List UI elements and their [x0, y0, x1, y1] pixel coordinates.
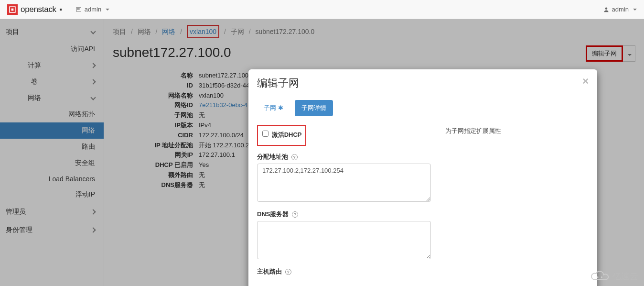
alloc-pool-label: 分配地址池 ? — [257, 153, 431, 161]
chevron-right-icon — [90, 63, 96, 68]
breadcrumb-link[interactable]: 网络 — [162, 28, 175, 35]
edit-subnet-modal: 编辑子网 × 子网 ✱ 子网详情 激活DHCP 分配地址池 ? — [248, 69, 597, 286]
user-name: admin — [612, 6, 629, 13]
chevron-right-icon — [90, 227, 96, 232]
sidebar-group-admin[interactable]: 管理员 — [0, 203, 104, 221]
breadcrumb-item: 子网 — [231, 28, 244, 35]
sidebar-label: 身份管理 — [6, 226, 32, 234]
dhcp-checkbox-row: 激活DHCP — [257, 125, 431, 146]
openstack-icon — [7, 4, 18, 15]
watermark-text: 亿速云 — [612, 271, 638, 282]
chevron-right-icon — [90, 79, 96, 84]
dns-label: DNS服务器 ? — [257, 210, 431, 219]
sidebar-group-identity[interactable]: 身份管理 — [0, 221, 104, 239]
sidebar: 项目 访问API 计算 卷 网络 网络拓扑 网络 路由 安全组 Load Bal… — [0, 19, 104, 286]
detail-value: Yes — [199, 160, 209, 170]
svg-point-9 — [605, 7, 607, 10]
help-icon[interactable]: ? — [292, 211, 298, 218]
sidebar-item-lb[interactable]: Load Balancers — [0, 171, 104, 187]
help-icon[interactable]: ? — [285, 269, 291, 275]
detail-label: DHCP 已启用 — [113, 160, 199, 170]
svg-rect-4 — [78, 8, 79, 9]
project-selector[interactable]: admin — [76, 6, 109, 13]
caret-down-icon — [106, 9, 109, 11]
detail-value: subnet172.27.100 — [199, 71, 248, 81]
sidebar-label: 卷 — [6, 77, 63, 86]
sidebar-item-security[interactable]: 安全组 — [0, 155, 104, 171]
detail-label: CIDR — [113, 131, 199, 141]
sidebar-group-project[interactable]: 项目 — [0, 23, 104, 41]
required-icon: ✱ — [278, 104, 283, 111]
user-icon — [603, 7, 609, 12]
sidebar-item-api[interactable]: 访问API — [0, 41, 104, 57]
detail-value: vxlan100 — [199, 91, 224, 101]
modal-tabs: 子网 ✱ 子网详情 — [257, 100, 589, 116]
sidebar-label: 计算 — [6, 61, 63, 70]
detail-value: 无 — [199, 180, 205, 190]
hostroute-label: 主机路由 ? — [257, 267, 431, 276]
brand-text: openstack — [21, 5, 56, 14]
sidebar-item-floating[interactable]: 浮动IP — [0, 187, 104, 203]
modal-form-right: 为子网指定扩展属性 — [445, 125, 589, 283]
detail-label: IP 地址分配池 — [113, 141, 199, 151]
alloc-pool-row: 分配地址池 ? — [257, 153, 431, 203]
breadcrumb-sep-icon: / — [249, 28, 251, 35]
detail-label: IP版本 — [113, 121, 199, 131]
modal-body: 子网 ✱ 子网详情 激活DHCP 分配地址池 ? — [248, 94, 597, 286]
dhcp-checkbox[interactable] — [262, 131, 268, 137]
caret-down-icon — [628, 54, 632, 56]
help-icon[interactable]: ? — [291, 154, 298, 160]
detail-label: DNS服务器 — [113, 180, 199, 190]
sidebar-item-router[interactable]: 路由 — [0, 139, 104, 155]
breadcrumb-sep-icon: / — [156, 28, 158, 35]
close-icon[interactable]: × — [582, 76, 589, 87]
svg-point-10 — [597, 276, 598, 278]
svg-rect-8 — [79, 9, 80, 10]
detail-value: 7e211b32-0ebc-4 — [199, 100, 247, 110]
modal-title: 编辑子网 — [257, 76, 299, 90]
tab-subnet-details[interactable]: 子网详情 — [295, 100, 333, 116]
dns-row: DNS服务器 ? — [257, 210, 431, 261]
breadcrumb-item: 网络 — [138, 28, 151, 35]
alloc-pool-textarea[interactable] — [257, 164, 431, 202]
detail-label: ID — [113, 81, 199, 91]
sidebar-item-topology[interactable]: 网络拓扑 — [0, 106, 104, 122]
cloud-icon — [590, 271, 610, 282]
dns-textarea[interactable] — [257, 221, 431, 259]
tab-subnet[interactable]: 子网 ✱ — [257, 100, 290, 116]
detail-label: 网络ID — [113, 100, 199, 110]
edit-subnet-button[interactable]: 编辑子网 — [586, 45, 623, 62]
hostroute-row: 主机路由 ? — [257, 267, 431, 276]
modal-form-left: 激活DHCP 分配地址池 ? DNS服务器 ? 主机路由 ? — [257, 125, 431, 283]
sidebar-item-compute[interactable]: 计算 — [0, 57, 104, 74]
breadcrumb-sep-icon: / — [224, 28, 226, 35]
detail-value: 31b1f506-d32d-44 — [199, 81, 249, 91]
detail-value: 开始 172.27.100.2 — [199, 141, 249, 151]
breadcrumb-link[interactable]: vxlan100 — [190, 28, 216, 35]
chevron-right-icon — [90, 209, 96, 214]
svg-rect-5 — [79, 8, 80, 9]
chevron-down-icon — [90, 95, 96, 100]
breadcrumb: 项目 / 网络 / 网络 / vxlan100 / 子网 / subnet172… — [113, 19, 635, 42]
project-icon — [76, 7, 82, 12]
network-id-link[interactable]: 7e211b32-0ebc-4 — [199, 101, 247, 109]
breadcrumb-current: subnet172.27.100.0 — [255, 28, 314, 35]
detail-label: 额外路由 — [113, 170, 199, 180]
svg-rect-1 — [11, 8, 14, 11]
svg-point-11 — [601, 276, 602, 278]
dhcp-checkbox-label[interactable]: 激活DHCP — [259, 127, 302, 141]
modal-header: 编辑子网 × — [248, 69, 597, 94]
page-header: subnet172.27.100.0 编辑子网 — [113, 42, 635, 65]
watermark: 亿速云 — [590, 271, 638, 282]
sidebar-item-network[interactable]: 网络 — [0, 122, 104, 139]
breadcrumb-highlight: vxlan100 — [187, 25, 219, 38]
user-menu[interactable]: admin — [603, 6, 637, 13]
detail-value: 172.27.100.0/24 — [199, 131, 244, 141]
edit-subnet-dropdown[interactable] — [623, 45, 635, 62]
sidebar-group-network[interactable]: 网络 — [0, 90, 104, 106]
breadcrumb-sep-icon: / — [180, 28, 182, 35]
chevron-down-icon — [90, 29, 96, 34]
sidebar-item-volumes[interactable]: 卷 — [0, 74, 104, 90]
breadcrumb-sep-icon: / — [131, 28, 133, 35]
dhcp-highlight: 激活DHCP — [257, 125, 306, 146]
